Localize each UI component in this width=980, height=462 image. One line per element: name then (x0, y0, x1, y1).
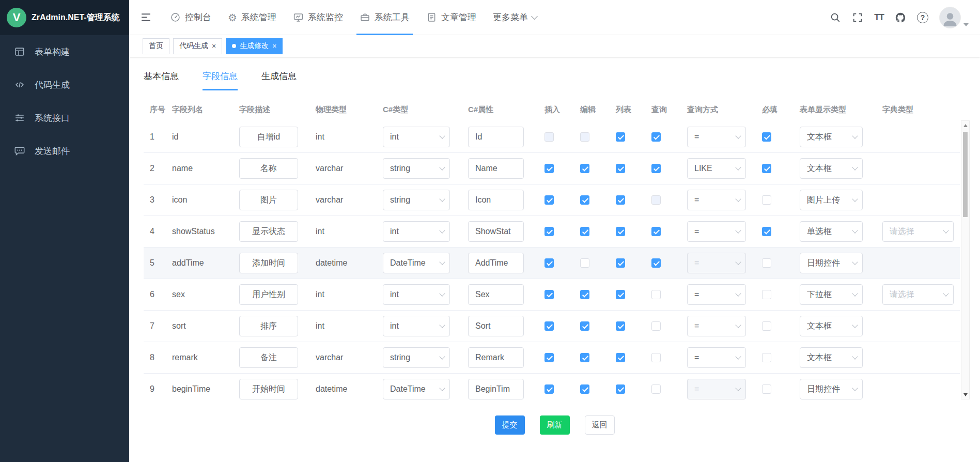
collapse-sidebar-icon[interactable] (139, 11, 152, 24)
csharp-type-select[interactable]: DateTime (383, 253, 450, 273)
csharp-prop-input[interactable] (468, 253, 524, 273)
required-checkbox[interactable] (762, 164, 771, 173)
csharp-type-select[interactable]: int (383, 284, 450, 305)
submit-button[interactable]: 提交 (495, 415, 525, 435)
nav-item-article-admin[interactable]: 文章管理 (418, 0, 485, 35)
query-checkbox[interactable] (651, 321, 661, 331)
insert-checkbox[interactable] (545, 384, 554, 394)
display-type-select[interactable]: 文本框 (800, 316, 863, 336)
github-icon[interactable] (895, 12, 906, 23)
column-desc-input[interactable] (239, 253, 298, 273)
sidebar-item-api[interactable]: 系统接口 (0, 101, 129, 134)
edit-checkbox[interactable] (580, 227, 589, 236)
csharp-prop-input[interactable] (468, 158, 524, 179)
font-size-icon[interactable] (874, 12, 884, 23)
required-checkbox[interactable] (762, 384, 771, 394)
nav-item-dashboard[interactable]: 控制台 (162, 0, 220, 35)
app-logo[interactable]: V ZrAdmin.NET-管理系统 (0, 0, 129, 35)
query-method-select[interactable]: = (687, 316, 746, 336)
query-method-select[interactable]: LIKE (687, 158, 746, 179)
tab-gen-info[interactable]: 生成信息 (261, 70, 297, 90)
query-method-select[interactable]: = (687, 379, 746, 399)
insert-checkbox[interactable] (545, 258, 554, 268)
scroll-down-arrow[interactable] (961, 390, 969, 399)
csharp-prop-input[interactable] (468, 316, 524, 336)
edit-checkbox[interactable] (580, 290, 589, 299)
query-method-select[interactable]: = (687, 253, 746, 273)
edit-checkbox[interactable] (580, 258, 589, 268)
list-checkbox[interactable] (616, 132, 625, 142)
query-checkbox[interactable] (651, 290, 661, 299)
list-checkbox[interactable] (616, 353, 625, 362)
csharp-type-select[interactable]: string (383, 190, 450, 210)
csharp-prop-input[interactable] (468, 221, 524, 242)
query-method-select[interactable]: = (687, 347, 746, 368)
tab-field-info[interactable]: 字段信息 (203, 70, 238, 90)
required-checkbox[interactable] (762, 227, 771, 236)
query-checkbox[interactable] (651, 353, 661, 362)
column-desc-input[interactable] (239, 284, 298, 305)
required-checkbox[interactable] (762, 258, 771, 268)
required-checkbox[interactable] (762, 321, 771, 331)
display-type-select[interactable]: 下拉框 (800, 284, 863, 305)
list-checkbox[interactable] (616, 258, 625, 268)
back-button[interactable]: 返回 (585, 415, 615, 435)
column-desc-input[interactable] (239, 379, 298, 399)
column-desc-input[interactable] (239, 221, 298, 242)
query-checkbox[interactable] (651, 164, 661, 173)
csharp-type-select[interactable]: int (383, 221, 450, 242)
sidebar-item-form-builder[interactable]: 表单构建 (0, 35, 129, 68)
display-type-select[interactable]: 文本框 (800, 127, 863, 147)
csharp-prop-input[interactable] (468, 190, 524, 210)
query-checkbox[interactable] (651, 227, 661, 236)
insert-checkbox[interactable] (545, 290, 554, 299)
edit-checkbox[interactable] (580, 321, 589, 331)
dict-type-select[interactable]: 请选择 (882, 284, 954, 305)
query-checkbox[interactable] (651, 258, 661, 268)
scroll-up-arrow[interactable] (961, 121, 969, 130)
insert-checkbox[interactable] (545, 321, 554, 331)
display-type-select[interactable]: 文本框 (800, 347, 863, 368)
required-checkbox[interactable] (762, 353, 771, 362)
csharp-prop-input[interactable] (468, 127, 524, 147)
nav-item-system-admin[interactable]: 系统管理 (220, 0, 285, 35)
query-checkbox[interactable] (651, 132, 661, 142)
csharp-type-select[interactable]: DateTime (383, 379, 450, 399)
display-type-select[interactable]: 日期控件 (800, 253, 863, 273)
display-type-select[interactable]: 图片上传 (800, 190, 863, 210)
question-icon[interactable] (917, 12, 928, 23)
nav-item-more-menu[interactable]: 更多菜单 (485, 0, 545, 35)
scrollbar-thumb[interactable] (963, 132, 968, 217)
display-type-select[interactable]: 单选框 (800, 221, 863, 242)
query-method-select[interactable]: = (687, 284, 746, 305)
insert-checkbox[interactable] (545, 132, 554, 142)
list-checkbox[interactable] (616, 164, 625, 173)
required-checkbox[interactable] (762, 290, 771, 299)
query-checkbox[interactable] (651, 195, 661, 205)
tab-basic-info[interactable]: 基本信息 (144, 70, 179, 90)
edit-checkbox[interactable] (580, 353, 589, 362)
close-icon[interactable]: × (272, 42, 276, 50)
search-icon[interactable] (830, 12, 841, 23)
edit-checkbox[interactable] (580, 384, 589, 394)
insert-checkbox[interactable] (545, 195, 554, 205)
tag-home[interactable]: 首页 (143, 38, 169, 54)
csharp-prop-input[interactable] (468, 347, 524, 368)
nav-item-system-monitor[interactable]: 系统监控 (285, 0, 351, 35)
list-checkbox[interactable] (616, 321, 625, 331)
insert-checkbox[interactable] (545, 353, 554, 362)
sidebar-item-code-gen[interactable]: 代码生成 (0, 68, 129, 101)
csharp-type-select[interactable]: int (383, 127, 450, 147)
fullscreen-icon[interactable] (852, 12, 863, 23)
tag-gen-edit[interactable]: 生成修改 × (226, 38, 283, 54)
display-type-select[interactable]: 文本框 (800, 158, 863, 179)
insert-checkbox[interactable] (545, 164, 554, 173)
edit-checkbox[interactable] (580, 132, 589, 142)
close-icon[interactable]: × (212, 42, 216, 50)
required-checkbox[interactable] (762, 132, 771, 142)
column-desc-input[interactable] (239, 316, 298, 336)
csharp-type-select[interactable]: string (383, 158, 450, 179)
column-desc-input[interactable] (239, 347, 298, 368)
query-method-select[interactable]: = (687, 190, 746, 210)
csharp-prop-input[interactable] (468, 284, 524, 305)
